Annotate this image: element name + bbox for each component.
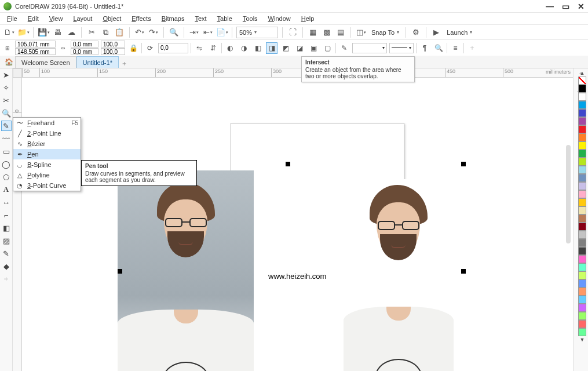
menu-edit[interactable]: Edit: [23, 14, 43, 23]
boundary-button[interactable]: ▣: [308, 42, 319, 54]
intersect-button[interactable]: ◨: [266, 42, 277, 54]
selection-handle[interactable]: [286, 162, 290, 166]
transparency-tool[interactable]: ▨: [1, 235, 12, 246]
menu-file[interactable]: File: [2, 14, 22, 23]
mirror-h-button[interactable]: ⇋: [193, 42, 205, 54]
minimize-button[interactable]: —: [546, 2, 554, 11]
zoom-combo[interactable]: 50%▾: [236, 27, 278, 38]
redo-button[interactable]: ↷: [148, 27, 159, 38]
rotation-input[interactable]: [158, 43, 188, 53]
flyout-item-pen[interactable]: ✒Pen: [13, 149, 81, 159]
home-icon[interactable]: 🏠: [2, 56, 15, 68]
width-input[interactable]: [71, 41, 98, 48]
menu-bitmaps[interactable]: Bitmaps: [157, 14, 189, 23]
swatch[interactable]: [578, 247, 586, 255]
cut-button[interactable]: ✂: [86, 27, 97, 38]
fullscreen-button[interactable]: ⛶: [287, 27, 298, 38]
inspect-button[interactable]: 🔍: [433, 42, 444, 54]
vertical-scrollbar[interactable]: [566, 145, 571, 243]
bitmap-image-right[interactable]: [344, 179, 454, 371]
add-preset-button[interactable]: ＋: [466, 42, 478, 54]
paste-button[interactable]: 📋: [114, 27, 125, 38]
copy-button[interactable]: ⧉: [100, 27, 111, 38]
options-button[interactable]: ⚙: [410, 27, 422, 38]
outline-tool[interactable]: ＋: [1, 274, 12, 284]
search-button[interactable]: 🔍: [168, 27, 180, 38]
drawing-canvas[interactable]: www.heizeih.com: [22, 78, 573, 371]
flyout-item-3-point-curve[interactable]: ◔3-Point Curve: [13, 180, 81, 191]
show-grid-button[interactable]: ▩: [321, 27, 333, 38]
swatch[interactable]: [578, 231, 586, 239]
line-style-combo[interactable]: ▾: [389, 43, 414, 53]
menu-table[interactable]: Table: [213, 14, 237, 23]
undo-button[interactable]: ↶: [134, 27, 145, 38]
freehand-tool[interactable]: ✎: [1, 121, 12, 131]
flyout-item-b-spline[interactable]: ◡B-Spline: [13, 159, 81, 170]
selection-handle[interactable]: [461, 269, 466, 274]
publish-pdf-button[interactable]: 📄: [216, 27, 228, 38]
flyout-item-2-point-line[interactable]: ╱2-Point Line: [13, 128, 81, 139]
menu-object[interactable]: Object: [98, 14, 126, 23]
swatch[interactable]: [578, 166, 586, 174]
swatch[interactable]: [578, 109, 586, 117]
shape-tool[interactable]: ✧: [1, 82, 12, 93]
swatch[interactable]: [578, 133, 586, 141]
height-input[interactable]: [71, 48, 98, 55]
swatch[interactable]: [578, 141, 586, 150]
artistic-media-tool[interactable]: 〰: [1, 133, 12, 144]
pos-x-input[interactable]: [15, 41, 56, 48]
swatch[interactable]: [578, 117, 586, 125]
close-button[interactable]: ✕: [578, 2, 585, 11]
swatch[interactable]: [578, 328, 586, 336]
launch-dropdown[interactable]: Launch▾: [444, 27, 474, 38]
selection-handle[interactable]: [461, 162, 466, 166]
swatch[interactable]: [578, 271, 586, 279]
parallel-dim-tool[interactable]: ↔: [1, 197, 12, 208]
menu-window[interactable]: Window: [264, 14, 295, 23]
swatch[interactable]: [578, 288, 586, 296]
show-rulers-button[interactable]: ▦: [307, 27, 319, 38]
swatch[interactable]: [578, 93, 586, 101]
launch-icon[interactable]: ▶: [430, 27, 442, 38]
scale-fields[interactable]: [101, 41, 125, 55]
wrap-text-button[interactable]: ¶: [419, 42, 430, 54]
ellipse-tool[interactable]: ◯: [1, 159, 12, 169]
swatch[interactable]: [578, 279, 586, 288]
flyout-item-b-zier[interactable]: ∿Bézier: [13, 139, 81, 149]
swatch[interactable]: [578, 174, 586, 182]
combine-button[interactable]: ▢: [322, 42, 333, 54]
flyout-item-polyline[interactable]: △Polyline: [13, 170, 81, 180]
swatch[interactable]: [578, 304, 586, 312]
swatch[interactable]: [578, 320, 586, 328]
cloud-button[interactable]: ☁: [65, 27, 77, 38]
swatch[interactable]: [578, 296, 586, 304]
swatch[interactable]: [578, 198, 586, 206]
selection-handle[interactable]: [118, 269, 122, 274]
palette-up-arrow[interactable]: ▲: [578, 70, 586, 77]
maximize-button[interactable]: ▭: [562, 2, 569, 11]
ruler-origin[interactable]: [13, 68, 22, 78]
menu-layout[interactable]: Layout: [68, 14, 97, 23]
open-button[interactable]: 📁: [17, 27, 29, 38]
mirror-v-button[interactable]: ⇵: [207, 42, 219, 54]
show-guidelines-button[interactable]: ▤: [335, 27, 346, 38]
new-tab-button[interactable]: ＋: [119, 59, 130, 68]
swatch[interactable]: [578, 190, 586, 198]
swatch[interactable]: [578, 125, 586, 133]
horizontal-ruler[interactable]: millimeters: [22, 68, 573, 78]
outline-width-combo[interactable]: ▾: [352, 43, 387, 53]
back-minus-front-button[interactable]: ◪: [294, 42, 305, 54]
swatch[interactable]: [578, 206, 586, 214]
swatch[interactable]: [578, 182, 586, 190]
new-doc-button[interactable]: 🗋: [3, 27, 15, 38]
zoom-tool[interactable]: 🔍: [1, 108, 12, 118]
print-button[interactable]: 🖶: [52, 27, 63, 38]
swatch[interactable]: [578, 223, 586, 231]
menu-tools[interactable]: Tools: [238, 14, 262, 23]
menu-text[interactable]: Text: [190, 14, 211, 23]
connector-tool[interactable]: ⌐: [1, 210, 12, 220]
eyedropper-tool[interactable]: ✎: [1, 248, 12, 259]
weld-button[interactable]: ◐: [224, 42, 236, 54]
menu-view[interactable]: View: [45, 14, 68, 23]
crop-tool[interactable]: ✂: [1, 95, 12, 106]
